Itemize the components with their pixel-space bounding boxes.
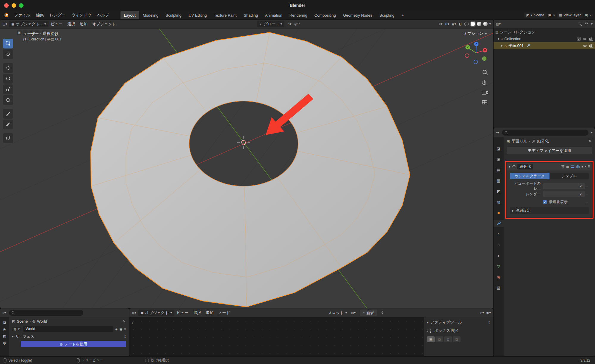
viewport-menu-view[interactable]: ビュー — [48, 21, 65, 27]
proportional-edit-icon[interactable]: ◎ — [295, 22, 298, 26]
snap-chevron-icon[interactable]: ▾ — [290, 22, 292, 26]
shading-chevron-icon[interactable]: ▾ — [489, 22, 491, 26]
tab-object[interactable]: ■ — [494, 209, 504, 216]
advanced-settings-subpanel[interactable]: ▸ 詳細設定 — [510, 207, 589, 214]
outliner-editor-icon[interactable]: ▤ — [496, 22, 499, 26]
browse-world-button[interactable]: ◍▾ — [12, 327, 21, 331]
chevron-down-icon[interactable]: ▾ — [354, 311, 356, 314]
world-search-input[interactable] — [17, 311, 81, 315]
breadcrumb-scene[interactable]: Scene — [17, 319, 28, 324]
collection-checkbox[interactable]: ✓ — [577, 37, 581, 41]
tool-transform[interactable] — [3, 95, 13, 105]
overlays-icon[interactable]: ◉ — [486, 311, 489, 314]
disable-render-camera-icon[interactable] — [589, 44, 593, 48]
unlink-datablock-icon[interactable]: × — [124, 327, 126, 331]
show-gizmo-icon[interactable]: ⊕ — [445, 22, 447, 26]
editor-type-chevron-icon[interactable]: ▾ — [5, 22, 7, 26]
show-render-icon[interactable] — [576, 165, 580, 169]
breadcrumb-world[interactable]: World — [37, 319, 47, 324]
render-levels-field[interactable]: 2 — [543, 191, 585, 197]
tab-geometry-nodes[interactable]: Geometry Nodes — [339, 11, 376, 20]
snap-magnet-icon[interactable]: ∩ — [480, 311, 482, 314]
tab-object-data[interactable]: ▽ — [494, 263, 504, 270]
node-canvas[interactable]: › — [129, 317, 424, 357]
catmull-clark-button[interactable]: カトマルクラーク — [510, 173, 549, 179]
viewport-menu-object[interactable]: オブジェクト — [90, 21, 118, 27]
hide-eye-icon[interactable] — [583, 44, 587, 48]
tool-options-dropdown[interactable]: オプション ▾ — [464, 31, 487, 36]
tab-view-layer[interactable]: ▦ — [494, 177, 504, 184]
breadcrumb-object[interactable]: 平面.001 — [511, 139, 527, 144]
editor-chevron-icon[interactable]: ▾ — [498, 131, 500, 134]
copy-viewlayer-icon[interactable]: ▣ — [585, 14, 588, 17]
viewport-canvas[interactable]: Y Z X — [0, 29, 493, 308]
tab-tool[interactable]: ◪ — [3, 321, 6, 324]
options-chevron-icon[interactable]: ▾ — [591, 131, 593, 134]
animate-dot-icon[interactable]: · — [585, 192, 589, 196]
surface-section-header[interactable]: ▾ サーフェス ⣿ — [9, 333, 129, 340]
new-material-button[interactable]: + 新規 — [360, 310, 377, 316]
tab-texture-paint[interactable]: Texture Paint — [210, 11, 240, 20]
shader-type-dropdown[interactable]: ▣ オブジェクト ▾ — [138, 310, 174, 316]
tab-layout[interactable]: Layout — [120, 11, 139, 20]
gizmo-chevron-icon[interactable]: ▾ — [447, 22, 449, 26]
show-overlays-icon[interactable]: ◉ — [452, 22, 455, 26]
shading-wireframe-button[interactable] — [464, 22, 469, 26]
tab-tool[interactable]: ◪ — [494, 145, 504, 152]
pin-icon[interactable] — [588, 139, 592, 143]
edit-mode-toggle-icon[interactable] — [561, 165, 565, 168]
tab-animation[interactable]: Animation — [262, 11, 286, 20]
tab-scene[interactable]: ◩ — [494, 188, 504, 195]
tool-add-cube[interactable] — [3, 133, 13, 143]
tab-shading[interactable]: Shading — [240, 11, 262, 20]
material-ball-icon[interactable]: ◍ — [351, 311, 354, 314]
tab-modeling[interactable]: Modeling — [139, 11, 162, 20]
delete-modifier-icon[interactable]: × — [585, 165, 586, 168]
viewport-menu-select[interactable]: 選択 — [65, 21, 77, 27]
viewport-menu-add[interactable]: 追加 — [77, 21, 90, 27]
tool-annotate[interactable] — [3, 109, 13, 119]
tab-modifiers[interactable] — [494, 220, 504, 227]
show-viewport-icon[interactable] — [571, 165, 574, 169]
simple-button[interactable]: シンプル — [549, 173, 589, 179]
extras-chevron-icon[interactable]: ▾ — [581, 165, 583, 168]
tab-scripting[interactable]: Scripting — [376, 11, 398, 20]
menu-help[interactable]: ヘルプ — [94, 11, 112, 20]
optimal-display-checkbox[interactable]: ✓ — [543, 200, 547, 204]
tab-render[interactable]: ◉ — [3, 328, 6, 331]
world-name-field[interactable]: World — [23, 326, 113, 332]
animate-dot-icon[interactable]: · — [585, 200, 589, 204]
tab-physics[interactable]: ◌ — [494, 241, 504, 248]
tool-measure[interactable] — [3, 120, 13, 129]
object-row-plane[interactable]: ▸ △ 平面.001 — [494, 42, 595, 49]
copy-scene-icon[interactable]: ▣ — [548, 14, 551, 17]
copy-datablock-icon[interactable]: ▣ — [119, 327, 122, 331]
select-mode-extend-button[interactable]: □ — [436, 336, 443, 342]
shading-material-button[interactable] — [477, 22, 481, 26]
tool-scale[interactable] — [3, 84, 13, 94]
shader-menu-add[interactable]: 追加 — [203, 310, 216, 316]
toggle-icon-1[interactable]: ▣ — [17, 30, 22, 35]
breadcrumb-modifier[interactable]: 細分化 — [537, 139, 549, 144]
scene-collection-row[interactable]: ▤ シーンコレクション — [494, 29, 595, 35]
search-icon[interactable] — [578, 22, 582, 26]
tab-rendering[interactable]: Rendering — [286, 11, 311, 20]
shader-menu-select[interactable]: 選択 — [191, 310, 203, 316]
pin-icon[interactable] — [122, 319, 126, 323]
tool-box-select[interactable] — [3, 39, 13, 48]
tab-scene[interactable]: ◩ — [3, 335, 6, 338]
overlays-chevron-icon[interactable]: ▾ — [455, 22, 456, 26]
viewport-levels-field[interactable]: 2 — [543, 183, 585, 189]
remove-viewlayer-icon[interactable]: × — [590, 14, 591, 17]
tool-cursor[interactable] — [3, 49, 13, 59]
tool-rotate[interactable] — [3, 74, 13, 84]
hide-eye-icon[interactable] — [583, 37, 587, 41]
add-workspace-button[interactable]: + — [398, 11, 408, 20]
tab-render[interactable]: ◉ — [494, 156, 504, 163]
sidebar-toggle-icon[interactable]: › — [132, 321, 133, 325]
use-nodes-button[interactable]: ◍ ノードを使用 — [21, 341, 126, 347]
shader-menu-node[interactable]: ノード — [216, 310, 233, 316]
animate-dot-icon[interactable]: · — [585, 184, 589, 188]
unlink-scene-icon[interactable]: × — [553, 14, 555, 17]
fake-user-shield-icon[interactable]: ◈ — [115, 327, 118, 331]
